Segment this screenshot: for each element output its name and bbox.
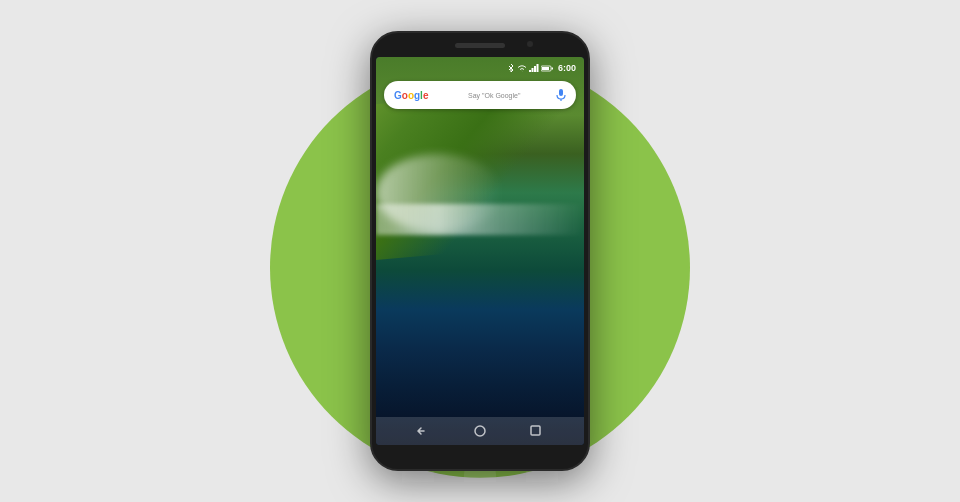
svg-rect-6 <box>542 67 549 70</box>
svg-rect-7 <box>559 89 563 96</box>
wifi-icon <box>517 64 527 72</box>
back-nav-icon[interactable] <box>414 421 434 441</box>
status-time: 6:00 <box>558 63 576 73</box>
mic-icon[interactable] <box>556 90 566 100</box>
search-hint: Say "Ok Google" <box>432 92 556 99</box>
svg-rect-25 <box>531 426 540 435</box>
scene: 6:00 Google Say "Ok Google" <box>0 0 960 502</box>
phone-device: 6:00 Google Say "Ok Google" <box>370 31 590 471</box>
status-bar: 6:00 <box>376 57 584 77</box>
battery-icon <box>541 65 553 72</box>
google-logo: Google <box>394 90 428 101</box>
svg-rect-3 <box>536 64 538 72</box>
svg-point-24 <box>475 426 485 436</box>
svg-rect-1 <box>531 68 533 72</box>
bottom-navigation <box>376 417 584 445</box>
wallpaper <box>376 57 584 445</box>
svg-rect-5 <box>551 67 553 69</box>
phone-screen: 6:00 Google Say "Ok Google" <box>376 57 584 445</box>
svg-rect-2 <box>534 66 536 72</box>
phone-speaker <box>455 43 505 48</box>
wave-effect <box>376 204 584 235</box>
recents-nav-icon[interactable] <box>526 421 546 441</box>
home-nav-icon[interactable] <box>470 421 490 441</box>
phone-camera <box>527 41 533 47</box>
google-search-bar[interactable]: Google Say "Ok Google" <box>384 81 576 109</box>
status-icons: 6:00 <box>507 63 576 73</box>
svg-rect-0 <box>529 70 531 72</box>
signal-icon <box>529 64 539 72</box>
bluetooth-icon <box>507 63 515 73</box>
